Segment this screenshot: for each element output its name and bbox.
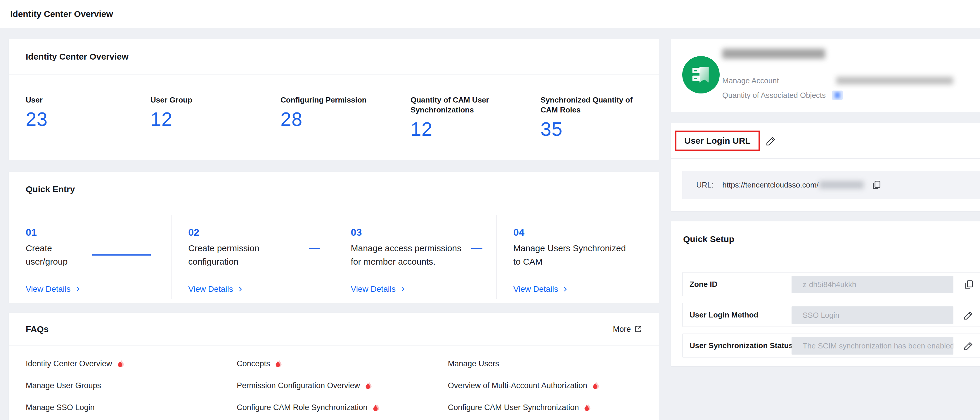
chevron-right-icon (75, 286, 81, 293)
faq-item-label: Configure CAM Role Synchronization (237, 403, 367, 412)
associated-objects-row: Quantity of Associated Objects (722, 91, 980, 100)
stats-row: User 23 User Group 12 Configuring Permis… (9, 75, 659, 160)
faq-item[interactable]: Overview of Multi-Account Authorization (448, 375, 659, 397)
external-link-icon (634, 325, 642, 333)
faq-item-label: Identity Center Overview (26, 359, 112, 368)
step-title-row: Create permission configuration (188, 242, 309, 269)
step-title-row: Create user/group (26, 242, 151, 269)
faq-item[interactable]: Identity Center Overview (26, 353, 237, 375)
faq-list: Identity Center Overview Concepts Manage… (9, 346, 659, 420)
faq-item[interactable]: Manage User Groups (26, 375, 237, 397)
manage-account-label: Manage Account (722, 76, 836, 85)
zone-id-value: z-dh5i84h4ukkh (803, 280, 856, 289)
faq-item-label: Permission Configuration Overview (237, 381, 360, 390)
page-title: Identity Center Overview (10, 9, 113, 19)
edit-sync-status-button[interactable] (964, 341, 974, 351)
decorative-dash (471, 248, 482, 249)
identity-overview-card-title: Identity Center Overview (26, 52, 129, 62)
copy-icon (871, 180, 881, 190)
view-details-link[interactable]: View Details (188, 285, 244, 294)
url-path-redacted (819, 181, 864, 189)
step-title: Create user/group (26, 242, 85, 269)
user-sync-status-label: User Synchronization Status (690, 341, 793, 350)
associated-objects-count-badge[interactable] (832, 91, 843, 100)
step-number: 03 (351, 226, 362, 239)
view-details-link[interactable]: View Details (26, 285, 81, 294)
identity-overview-card: Identity Center Overview User 23 User Gr… (9, 39, 659, 160)
pencil-icon (766, 135, 776, 146)
faq-item-label: Manage SSO Login (26, 403, 95, 412)
quick-entry-step-3: 03 Manage access permissions for member … (334, 207, 496, 303)
faq-item[interactable]: Permission Configuration Overview (237, 375, 448, 397)
identity-overview-card-header: Identity Center Overview (9, 39, 659, 75)
user-sync-status-field: The SCIM synchronization has been enable… (792, 337, 953, 355)
zone-id-field: z-dh5i84h4ukkh (792, 276, 953, 293)
copy-url-button[interactable] (871, 180, 881, 190)
user-login-url-card: User Login URL URL: https://tencentcloud… (671, 123, 980, 211)
associated-objects-label: Quantity of Associated Objects (722, 91, 832, 100)
step-title-row: Manage access permissions for member acc… (351, 242, 471, 269)
stat-value: 23 (26, 108, 118, 130)
faq-item-label: Concepts (237, 359, 270, 368)
quick-entry-card-title: Quick Entry (26, 184, 75, 194)
quick-setup-card: Quick Setup Zone ID z-dh5i84h4ukkh User (671, 221, 980, 366)
hot-flame-icon (364, 382, 372, 390)
user-login-url-title: User Login URL (684, 136, 751, 146)
faq-item[interactable]: Configure CAM User Synchronization (448, 397, 659, 418)
edit-login-url-button[interactable] (766, 135, 776, 146)
stat-label: Quantity of CAM User Synchronizations (410, 95, 507, 115)
stat-label: Synchronized Quantity of CAM Roles (541, 95, 637, 115)
faqs-card-title: FAQs (26, 324, 48, 334)
step-title-row: Manage Users Synchronized to CAM (513, 242, 634, 269)
step-number: 02 (188, 226, 199, 239)
quick-entry-card-header: Quick Entry (9, 172, 659, 207)
faq-item[interactable]: Identity Center User Login (26, 418, 237, 420)
main-column: Identity Center Overview User 23 User Gr… (9, 39, 659, 420)
faq-item[interactable]: Manage Users (448, 353, 659, 375)
copy-zone-id-button[interactable] (964, 280, 974, 290)
hot-flame-icon (372, 403, 379, 412)
chevron-right-icon (562, 286, 569, 293)
step-title: Manage access permissions for member acc… (351, 242, 471, 269)
step-title: Create permission configuration (188, 242, 309, 269)
stat-cam-roles-synced: Synchronized Quantity of CAM Roles 35 (529, 75, 659, 160)
faqs-more-link[interactable]: More (613, 325, 642, 334)
stat-configuring-permission: Configuring Permission 28 (269, 75, 399, 160)
user-sync-status-value: The SCIM synchronization has been enable… (803, 341, 953, 350)
pencil-icon (964, 310, 974, 320)
step-number: 04 (513, 226, 525, 239)
user-sync-status-row: User Synchronization Status The SCIM syn… (682, 334, 980, 358)
quick-entry-steps: 01 Create user/group View Details 02 Cre… (9, 207, 659, 303)
stat-user-group: User Group 12 (139, 75, 269, 160)
organization-account-icon (682, 56, 720, 94)
stat-value: 28 (280, 108, 379, 130)
faq-item[interactable]: Manage SSO Login (26, 397, 237, 418)
manage-account-row: Manage Account (722, 76, 980, 85)
quick-setup-header: Quick Setup (671, 221, 980, 257)
stat-user: User 23 (9, 75, 139, 160)
decorative-line (92, 255, 151, 256)
stat-label: User (26, 95, 118, 105)
account-summary-card: Manage Account Quantity of Associated Ob… (671, 39, 980, 112)
more-label: More (613, 325, 631, 334)
stat-label: Configuring Permission (280, 95, 377, 105)
manage-account-value-redacted (836, 77, 953, 84)
view-details-label: View Details (351, 285, 396, 294)
hot-flame-icon (583, 403, 590, 412)
step-title: Manage Users Synchronized to CAM (513, 242, 634, 269)
faq-item[interactable]: Concepts (237, 353, 448, 375)
page-header: Identity Center Overview (0, 0, 980, 28)
edit-login-method-button[interactable] (964, 310, 974, 320)
login-url-strip: URL: https://tencentcloudsso.com/ (682, 171, 980, 199)
quick-entry-card: Quick Entry 01 Create user/group View De… (9, 172, 659, 303)
faq-item-label: Configure CAM User Synchronization (448, 403, 579, 412)
user-login-url-header: User Login URL (671, 123, 980, 159)
view-details-link[interactable]: View Details (351, 285, 406, 294)
view-details-link[interactable]: View Details (513, 285, 569, 294)
quick-entry-step-4: 04 Manage Users Synchronized to CAM View… (496, 207, 659, 303)
user-login-method-row: User Login Method SSO Login (682, 303, 980, 327)
faq-item[interactable]: Configure CAM Role Synchronization (237, 397, 448, 418)
stat-value: 35 (541, 118, 638, 140)
stat-value: 12 (151, 108, 248, 130)
step-number: 01 (26, 226, 37, 239)
